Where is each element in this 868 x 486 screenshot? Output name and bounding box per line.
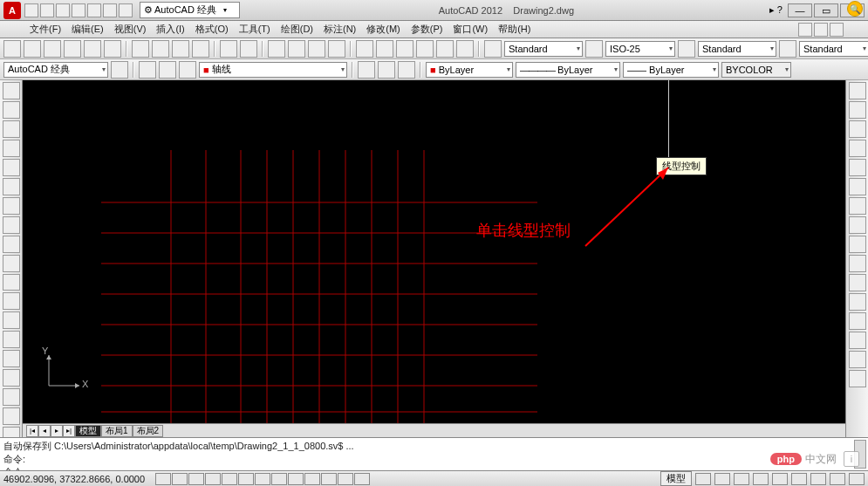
redo-icon[interactable] <box>119 3 133 17</box>
annoscale-icon[interactable] <box>734 473 749 485</box>
command-line[interactable]: 自动保存到 C:\Users\Administrator\appdata\loc… <box>0 437 868 470</box>
lwt-toggle-icon[interactable] <box>304 473 320 485</box>
polar-toggle-icon[interactable] <box>205 473 221 485</box>
save-file-icon[interactable] <box>44 40 61 58</box>
trim-tool-icon[interactable] <box>849 255 866 272</box>
fillet-tool-icon[interactable] <box>849 351 866 368</box>
doc-restore-icon[interactable] <box>814 23 828 37</box>
undo2-icon[interactable] <box>220 40 237 58</box>
tpy-toggle-icon[interactable] <box>321 473 337 485</box>
print-icon[interactable] <box>87 3 101 17</box>
model-button[interactable]: 模型 <box>660 471 692 486</box>
region-tool-icon[interactable] <box>3 388 20 406</box>
menu-tools[interactable]: 工具(T) <box>234 21 276 38</box>
workspace-dropdown[interactable]: ⚙ AutoCAD 经典 ▾ <box>140 2 240 18</box>
layer-state-icon[interactable] <box>159 61 176 79</box>
stretch-tool-icon[interactable] <box>849 236 866 253</box>
layer-make-icon[interactable] <box>358 61 375 79</box>
gradient-tool-icon[interactable] <box>3 369 20 387</box>
point-tool-icon[interactable] <box>3 331 20 348</box>
dim-iso-dropdown[interactable]: ISO-25 <box>605 41 675 57</box>
text-style-dropdown[interactable]: Standard <box>799 41 868 57</box>
circle-tool-icon[interactable] <box>3 197 20 215</box>
zoom-prev-icon[interactable] <box>328 40 345 58</box>
polygon-tool-icon[interactable] <box>3 140 20 157</box>
new-file-icon[interactable] <box>3 40 21 58</box>
insert-tool-icon[interactable] <box>3 292 20 310</box>
scale-tool-icon[interactable] <box>849 216 866 234</box>
cut-icon[interactable] <box>132 40 149 58</box>
copy-tool-icon[interactable] <box>849 101 866 119</box>
layer-iso-icon[interactable] <box>398 61 415 79</box>
tab-layout2[interactable]: 布局2 <box>133 425 164 437</box>
toolbar-lock-icon[interactable] <box>791 473 807 485</box>
tab-prev-icon[interactable]: ◂ <box>38 425 51 437</box>
drawing-canvas[interactable]: 线型控制 单击线型控制 X Y <box>23 80 845 423</box>
properties-icon[interactable] <box>356 40 373 58</box>
ellipse-tool-icon[interactable] <box>3 255 20 272</box>
dyn-toggle-icon[interactable] <box>288 473 304 485</box>
sc-toggle-icon[interactable] <box>354 473 370 485</box>
spline-tool-icon[interactable] <box>3 236 20 253</box>
qp-toggle-icon[interactable] <box>338 473 353 485</box>
qview-icon[interactable] <box>695 473 711 485</box>
extend-tool-icon[interactable] <box>849 274 866 291</box>
layer-dropdown[interactable]: ■ 轴线 <box>199 62 347 78</box>
rotate-tool-icon[interactable] <box>849 197 866 215</box>
infocenter-icon[interactable]: ▸ ? <box>769 4 783 16</box>
menu-insert[interactable]: 插入(I) <box>151 21 189 38</box>
ortho-toggle-icon[interactable] <box>188 473 204 485</box>
chamfer-tool-icon[interactable] <box>849 332 866 349</box>
paste-icon[interactable] <box>172 40 189 58</box>
minimize-button[interactable]: — <box>788 3 812 17</box>
menu-file[interactable]: 文件(F) <box>24 21 66 38</box>
ducs-toggle-icon[interactable] <box>271 473 287 485</box>
pan-icon[interactable] <box>268 40 285 58</box>
calc-icon[interactable] <box>456 40 474 58</box>
arc-tool-icon[interactable] <box>3 178 20 195</box>
hardware-icon[interactable] <box>810 473 826 485</box>
zoom-window-icon[interactable] <box>308 40 325 58</box>
offset-tool-icon[interactable] <box>849 140 866 157</box>
color-dropdown[interactable]: ■ ByLayer <box>426 62 513 78</box>
layer-freeze-icon[interactable] <box>179 61 196 79</box>
3dosnap-toggle-icon[interactable] <box>238 473 254 485</box>
line-tool-icon[interactable] <box>3 82 20 99</box>
menu-view[interactable]: 视图(V) <box>109 21 152 38</box>
plotstyle-dropdown[interactable]: BYCOLOR <box>721 62 791 78</box>
coordinates-display[interactable]: 46902.9096, 37322.8666, 0.0000 <box>3 474 145 484</box>
isolate-icon[interactable] <box>830 473 845 485</box>
menu-dimension[interactable]: 标注(N) <box>318 21 361 38</box>
saveas-icon[interactable] <box>72 3 85 17</box>
publish-icon[interactable] <box>104 40 121 58</box>
new-icon[interactable] <box>24 3 38 17</box>
snap-toggle-icon[interactable] <box>155 473 171 485</box>
break-tool-icon[interactable] <box>849 293 866 311</box>
revcloud-tool-icon[interactable] <box>3 216 20 234</box>
tab-last-icon[interactable]: ▸| <box>63 425 75 437</box>
linetype-dropdown[interactable]: ———— ByLayer <box>516 62 620 78</box>
ws-gear-icon[interactable] <box>111 61 128 79</box>
redo2-icon[interactable] <box>240 40 257 58</box>
otrack-toggle-icon[interactable] <box>255 473 270 485</box>
grid-toggle-icon[interactable] <box>172 473 188 485</box>
restore-button[interactable]: ▭ <box>814 3 838 17</box>
plot-icon[interactable] <box>64 40 81 58</box>
lineweight-dropdown[interactable]: —— ByLayer <box>623 62 719 78</box>
tab-model[interactable]: 模型 <box>75 425 101 437</box>
join-tool-icon[interactable] <box>849 312 866 330</box>
sheetset-icon[interactable] <box>416 40 434 58</box>
dim-icon[interactable] <box>484 40 502 58</box>
cleanscreen-icon[interactable] <box>849 473 865 485</box>
dim-style-dropdown[interactable]: Standard <box>504 41 583 57</box>
tool-palette-icon[interactable] <box>396 40 413 58</box>
rectangle-tool-icon[interactable] <box>3 159 20 176</box>
ellipsearc-tool-icon[interactable] <box>3 274 20 291</box>
tab-first-icon[interactable]: |◂ <box>26 425 38 437</box>
table-tool-icon[interactable] <box>3 407 20 425</box>
annovis-icon[interactable] <box>753 473 769 485</box>
zoom-icon[interactable] <box>288 40 305 58</box>
polyline-tool-icon[interactable] <box>3 120 20 138</box>
menu-help[interactable]: 帮助(H) <box>493 21 536 38</box>
copy-icon[interactable] <box>152 40 169 58</box>
